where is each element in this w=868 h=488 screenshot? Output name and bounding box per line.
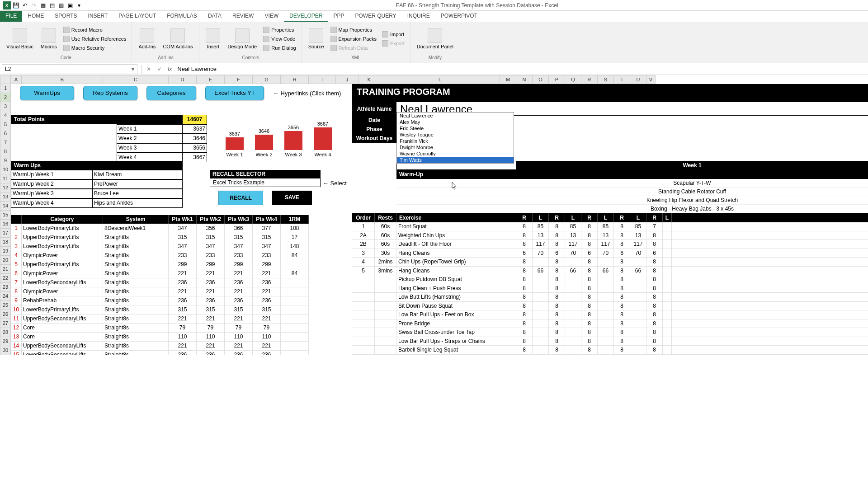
row-header[interactable]: 9 — [0, 156, 11, 165]
category-row[interactable]: 11UpperBodySecondaryLiftsStraight8s22122… — [11, 314, 323, 324]
addins-button[interactable]: Add-Ins — [136, 28, 158, 50]
column-header[interactable]: S — [598, 75, 614, 84]
source-button[interactable]: Source — [306, 28, 327, 50]
row-header[interactable]: 2 — [0, 93, 11, 102]
category-row[interactable]: 13CoreStraight8s110110110110 — [11, 333, 323, 342]
dropdown-item[interactable]: Wayne Connolly — [397, 150, 514, 157]
column-header[interactable]: Q — [565, 75, 581, 84]
tab-file[interactable]: FILE — [0, 11, 22, 22]
row-header[interactable]: 4 — [0, 111, 11, 120]
export-button[interactable]: Export — [380, 39, 406, 47]
row-header[interactable]: 3 — [0, 102, 11, 111]
cancel-formula-icon[interactable]: ✕ — [143, 64, 154, 74]
dropdown-item[interactable]: Neal Lawrence — [397, 113, 514, 119]
import-button[interactable]: Import — [380, 30, 406, 38]
row-header[interactable]: 30 — [0, 346, 11, 355]
column-header[interactable]: M — [500, 75, 516, 84]
row-header[interactable]: 21 — [0, 265, 11, 274]
tab-pagelayout[interactable]: PAGE LAYOUT — [113, 11, 161, 22]
row-header[interactable]: 26 — [0, 310, 11, 319]
tab-home[interactable]: HOME — [22, 11, 49, 22]
category-row[interactable]: 6OlympicPowerStraight8s22122122122184 — [11, 269, 323, 278]
column-header[interactable]: F — [225, 75, 253, 84]
exercise-row[interactable]: Swiss Ball Cross-under Toe Tap88888 — [352, 328, 868, 337]
expansion-packs-button[interactable]: Expansion Packs — [329, 35, 378, 43]
exercise-row[interactable]: Hang Clean + Push Press88888 — [352, 284, 868, 293]
formula-input[interactable]: Neal Lawrence — [175, 66, 868, 72]
tab-powerpivot[interactable]: POWERPIVOT — [435, 11, 483, 22]
row-header[interactable]: 27 — [0, 319, 11, 328]
column-header[interactable]: L — [380, 75, 500, 84]
accept-formula-icon[interactable]: ✓ — [154, 64, 165, 74]
document-panel-button[interactable]: Document Panel — [414, 28, 456, 50]
qat-icon[interactable]: ▦ — [39, 1, 47, 9]
exercise-row[interactable]: Pickup Putdown DB Squat88888 — [352, 275, 868, 284]
category-row[interactable]: 3LowerBodyPrimaryLiftsStraight8s34734734… — [11, 242, 323, 251]
tab-insert[interactable]: INSERT — [82, 11, 113, 22]
row-header[interactable]: 22 — [0, 274, 11, 283]
row-header[interactable]: 8 — [0, 147, 11, 156]
record-macro-button[interactable]: Record Macro — [61, 26, 128, 34]
tab-sports[interactable]: SPORTS — [49, 11, 82, 22]
row-header[interactable]: 23 — [0, 283, 11, 292]
redo-icon[interactable]: ↷ — [30, 1, 38, 9]
column-header[interactable]: B — [22, 75, 103, 84]
run-dialog-button[interactable]: Run Dialog — [261, 44, 297, 52]
exercise-row[interactable]: Barbell Single Leg Squat88888 — [352, 346, 868, 355]
exercise-row[interactable]: 160sFront Squat8858858858857 — [352, 222, 868, 231]
qat-icon[interactable]: ▤ — [48, 1, 56, 9]
properties-button[interactable]: Properties — [261, 26, 297, 34]
warmups-button[interactable]: WarmUps — [20, 86, 74, 100]
tab-developer[interactable]: DEVELOPER — [284, 11, 328, 22]
tab-review[interactable]: REVIEW — [227, 11, 259, 22]
row-header[interactable]: 24 — [0, 292, 11, 301]
column-header[interactable]: E — [197, 75, 225, 84]
weekly-points-chart[interactable]: Week 13637Week 23646Week 33656Week 43667 — [217, 108, 339, 158]
exercise-row[interactable]: 2B60sDeadlift - Off the Floor81178117811… — [352, 240, 868, 249]
column-header[interactable]: A — [11, 75, 22, 84]
row-header[interactable]: 19 — [0, 247, 11, 256]
name-box[interactable]: L2▾ — [2, 64, 137, 74]
row-header[interactable]: 28 — [0, 328, 11, 337]
grid-body[interactable]: WarmUps Rep Systems Categories Excel Tri… — [11, 84, 868, 355]
insert-control-button[interactable]: Insert — [203, 28, 223, 50]
select-all-corner[interactable] — [0, 75, 11, 84]
column-header[interactable]: N — [516, 75, 533, 84]
dropdown-item[interactable]: Eric Steele — [397, 125, 514, 131]
category-row[interactable]: 1LowerBodyPrimaryLifts8DescendWeek134735… — [11, 224, 323, 233]
row-header[interactable]: 14 — [0, 202, 11, 211]
qat-icon[interactable]: ▣ — [66, 1, 74, 9]
row-header[interactable]: 15 — [0, 211, 11, 220]
chevron-down-icon[interactable]: ▾ — [132, 66, 134, 72]
exercise-row[interactable]: 330sHang Cleans6706706706706 — [352, 249, 868, 258]
dropdown-item[interactable]: Dwight Monroe — [397, 144, 514, 150]
row-header[interactable]: 16 — [0, 220, 11, 229]
category-row[interactable]: 5UpperBodyPrimaryLiftsStraight8s29929929… — [11, 260, 323, 269]
tab-data[interactable]: DATA — [203, 11, 227, 22]
exercise-row[interactable]: Low Butt Lifts (Hamstring)88888 — [352, 293, 868, 302]
recall-button[interactable]: RECALL — [218, 191, 263, 205]
column-header[interactable]: T — [614, 75, 630, 84]
column-header[interactable]: U — [630, 75, 646, 84]
dropdown-item[interactable]: Wesley Teague — [397, 131, 514, 138]
exercise-row[interactable]: Low Bar Pull Ups - Feet on Box88888 — [352, 310, 868, 319]
row-header[interactable]: 20 — [0, 256, 11, 265]
exercise-row[interactable]: Prone Bridge88888 — [352, 319, 868, 328]
column-header[interactable]: D — [169, 75, 197, 84]
undo-icon[interactable]: ↶ — [21, 1, 29, 9]
category-row[interactable]: 7LowerBodySecondaryLiftsStraight8s236236… — [11, 278, 323, 287]
dropdown-item[interactable]: Alex May — [397, 119, 514, 125]
qat-dropdown-icon[interactable]: ▾ — [75, 1, 83, 9]
category-row[interactable]: 8OlympicPowerStraight8s221221221221 — [11, 287, 323, 296]
yttricks-button[interactable]: Excel Tricks YT — [205, 86, 264, 100]
row-header[interactable]: 7 — [0, 138, 11, 147]
macros-button[interactable]: Macros — [38, 28, 60, 50]
visual-basic-button[interactable]: Visual Basic — [4, 28, 36, 50]
tab-ppp[interactable]: PPP — [328, 11, 349, 22]
tab-inquire[interactable]: INQUIRE — [402, 11, 435, 22]
category-row[interactable]: 4OlympicPowerStraight8s23323323323384 — [11, 251, 323, 260]
tab-formulas[interactable]: FORMULAS — [161, 11, 203, 22]
save-button[interactable]: SAVE — [272, 191, 312, 205]
design-mode-button[interactable]: Design Mode — [225, 28, 259, 50]
exercise-row[interactable]: 2A60sWeighted Chin Ups8138138138138 — [352, 231, 868, 240]
